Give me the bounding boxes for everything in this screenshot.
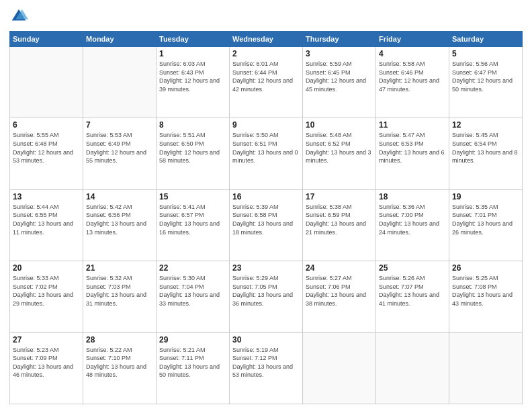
day-number: 15: [159, 192, 226, 201]
weekday-header: Monday: [83, 32, 157, 47]
day-number: 17: [306, 192, 373, 201]
day-number: 20: [13, 263, 80, 273]
calendar-cell: 29Sunrise: 5:21 AMSunset: 7:11 PMDayligh…: [157, 332, 230, 404]
calendar-cell: [376, 332, 449, 404]
calendar-cell: [10, 47, 83, 118]
day-info: Sunrise: 5:48 AMSunset: 6:52 PMDaylight:…: [306, 131, 373, 165]
day-number: 12: [452, 120, 519, 130]
day-info: Sunrise: 5:38 AMSunset: 6:59 PMDaylight:…: [306, 203, 373, 236]
day-number: 10: [306, 120, 373, 130]
page: SundayMondayTuesdayWednesdayThursdayFrid…: [0, 0, 532, 411]
day-info: Sunrise: 5:21 AMSunset: 7:11 PMDaylight:…: [159, 346, 226, 379]
day-number: 4: [379, 49, 446, 58]
calendar-cell: 22Sunrise: 5:30 AMSunset: 7:04 PMDayligh…: [157, 261, 230, 332]
day-info: Sunrise: 5:32 AMSunset: 7:03 PMDaylight:…: [86, 274, 153, 308]
calendar-cell: 7Sunrise: 5:53 AMSunset: 6:49 PMDaylight…: [83, 118, 157, 189]
calendar-week-row: 6Sunrise: 5:55 AMSunset: 6:48 PMDaylight…: [10, 118, 523, 189]
day-info: Sunrise: 5:39 AMSunset: 6:58 PMDaylight:…: [232, 203, 300, 236]
weekday-header: Tuesday: [157, 32, 230, 47]
day-number: 21: [86, 263, 153, 273]
header: [9, 7, 523, 26]
calendar-cell: 21Sunrise: 5:32 AMSunset: 7:03 PMDayligh…: [83, 261, 157, 332]
day-info: Sunrise: 5:35 AMSunset: 7:01 PMDaylight:…: [452, 203, 519, 236]
calendar-cell: 26Sunrise: 5:25 AMSunset: 7:08 PMDayligh…: [449, 261, 523, 332]
day-number: 9: [232, 120, 300, 130]
day-info: Sunrise: 5:51 AMSunset: 6:50 PMDaylight:…: [159, 131, 226, 165]
day-info: Sunrise: 6:03 AMSunset: 6:43 PMDaylight:…: [159, 60, 226, 93]
day-number: 5: [452, 49, 519, 58]
day-info: Sunrise: 5:55 AMSunset: 6:48 PMDaylight:…: [13, 131, 80, 165]
calendar-cell: [449, 332, 523, 404]
day-number: 26: [452, 263, 519, 273]
day-info: Sunrise: 5:23 AMSunset: 7:09 PMDaylight:…: [13, 346, 80, 379]
day-info: Sunrise: 6:01 AMSunset: 6:44 PMDaylight:…: [232, 60, 300, 93]
day-number: 28: [86, 335, 153, 345]
calendar-cell: 8Sunrise: 5:51 AMSunset: 6:50 PMDaylight…: [157, 118, 230, 189]
calendar-cell: 14Sunrise: 5:42 AMSunset: 6:56 PMDayligh…: [83, 189, 157, 261]
calendar: SundayMondayTuesdayWednesdayThursdayFrid…: [9, 31, 523, 404]
day-number: 3: [306, 49, 373, 58]
calendar-cell: 27Sunrise: 5:23 AMSunset: 7:09 PMDayligh…: [10, 332, 83, 404]
calendar-cell: 10Sunrise: 5:48 AMSunset: 6:52 PMDayligh…: [303, 118, 376, 189]
calendar-cell: 20Sunrise: 5:33 AMSunset: 7:02 PMDayligh…: [10, 261, 83, 332]
day-number: 1: [159, 49, 226, 58]
calendar-cell: 4Sunrise: 5:58 AMSunset: 6:46 PMDaylight…: [376, 47, 449, 118]
day-info: Sunrise: 5:59 AMSunset: 6:45 PMDaylight:…: [306, 60, 373, 93]
day-number: 27: [13, 335, 80, 345]
calendar-cell: 16Sunrise: 5:39 AMSunset: 6:58 PMDayligh…: [230, 189, 303, 261]
calendar-cell: 13Sunrise: 5:44 AMSunset: 6:55 PMDayligh…: [10, 189, 83, 261]
day-info: Sunrise: 5:36 AMSunset: 7:00 PMDaylight:…: [379, 203, 446, 236]
day-number: 25: [379, 263, 446, 273]
day-number: 2: [232, 49, 300, 58]
calendar-cell: 9Sunrise: 5:50 AMSunset: 6:51 PMDaylight…: [230, 118, 303, 189]
day-number: 18: [379, 192, 446, 201]
calendar-cell: 30Sunrise: 5:19 AMSunset: 7:12 PMDayligh…: [230, 332, 303, 404]
day-info: Sunrise: 5:33 AMSunset: 7:02 PMDaylight:…: [13, 274, 80, 308]
calendar-cell: 12Sunrise: 5:45 AMSunset: 6:54 PMDayligh…: [449, 118, 523, 189]
calendar-cell: [83, 47, 157, 118]
calendar-cell: 11Sunrise: 5:47 AMSunset: 6:53 PMDayligh…: [376, 118, 449, 189]
day-info: Sunrise: 5:22 AMSunset: 7:10 PMDaylight:…: [86, 346, 153, 379]
calendar-week-row: 27Sunrise: 5:23 AMSunset: 7:09 PMDayligh…: [10, 332, 523, 404]
weekday-header: Sunday: [10, 32, 83, 47]
day-info: Sunrise: 5:50 AMSunset: 6:51 PMDaylight:…: [232, 131, 300, 165]
day-number: 30: [232, 335, 300, 345]
day-info: Sunrise: 5:47 AMSunset: 6:53 PMDaylight:…: [379, 131, 446, 165]
day-number: 13: [13, 192, 80, 201]
day-info: Sunrise: 5:29 AMSunset: 7:05 PMDaylight:…: [232, 274, 300, 308]
weekday-header: Friday: [376, 32, 449, 47]
day-info: Sunrise: 5:45 AMSunset: 6:54 PMDaylight:…: [452, 131, 519, 165]
calendar-week-row: 20Sunrise: 5:33 AMSunset: 7:02 PMDayligh…: [10, 261, 523, 332]
day-number: 16: [232, 192, 300, 201]
day-info: Sunrise: 5:53 AMSunset: 6:49 PMDaylight:…: [86, 131, 153, 165]
calendar-week-row: 13Sunrise: 5:44 AMSunset: 6:55 PMDayligh…: [10, 189, 523, 261]
weekday-header-row: SundayMondayTuesdayWednesdayThursdayFrid…: [10, 32, 523, 47]
weekday-header: Wednesday: [230, 32, 303, 47]
calendar-cell: 25Sunrise: 5:26 AMSunset: 7:07 PMDayligh…: [376, 261, 449, 332]
day-info: Sunrise: 5:44 AMSunset: 6:55 PMDaylight:…: [13, 203, 80, 236]
calendar-cell: 19Sunrise: 5:35 AMSunset: 7:01 PMDayligh…: [449, 189, 523, 261]
logo: [9, 7, 31, 26]
calendar-cell: 18Sunrise: 5:36 AMSunset: 7:00 PMDayligh…: [376, 189, 449, 261]
weekday-header: Saturday: [449, 32, 523, 47]
calendar-cell: 3Sunrise: 5:59 AMSunset: 6:45 PMDaylight…: [303, 47, 376, 118]
calendar-cell: 28Sunrise: 5:22 AMSunset: 7:10 PMDayligh…: [83, 332, 157, 404]
weekday-header: Thursday: [303, 32, 376, 47]
calendar-cell: 5Sunrise: 5:56 AMSunset: 6:47 PMDaylight…: [449, 47, 523, 118]
day-number: 14: [86, 192, 153, 201]
day-number: 19: [452, 192, 519, 201]
calendar-cell: 24Sunrise: 5:27 AMSunset: 7:06 PMDayligh…: [303, 261, 376, 332]
day-info: Sunrise: 5:26 AMSunset: 7:07 PMDaylight:…: [379, 274, 446, 308]
calendar-cell: 2Sunrise: 6:01 AMSunset: 6:44 PMDaylight…: [230, 47, 303, 118]
day-info: Sunrise: 5:41 AMSunset: 6:57 PMDaylight:…: [159, 203, 226, 236]
calendar-cell: [303, 332, 376, 404]
calendar-cell: 17Sunrise: 5:38 AMSunset: 6:59 PMDayligh…: [303, 189, 376, 261]
day-info: Sunrise: 5:56 AMSunset: 6:47 PMDaylight:…: [452, 60, 519, 93]
day-number: 22: [159, 263, 226, 273]
day-number: 8: [159, 120, 226, 130]
calendar-cell: 6Sunrise: 5:55 AMSunset: 6:48 PMDaylight…: [10, 118, 83, 189]
day-info: Sunrise: 5:58 AMSunset: 6:46 PMDaylight:…: [379, 60, 446, 93]
calendar-cell: 1Sunrise: 6:03 AMSunset: 6:43 PMDaylight…: [157, 47, 230, 118]
day-info: Sunrise: 5:42 AMSunset: 6:56 PMDaylight:…: [86, 203, 153, 236]
logo-icon: [9, 7, 28, 26]
